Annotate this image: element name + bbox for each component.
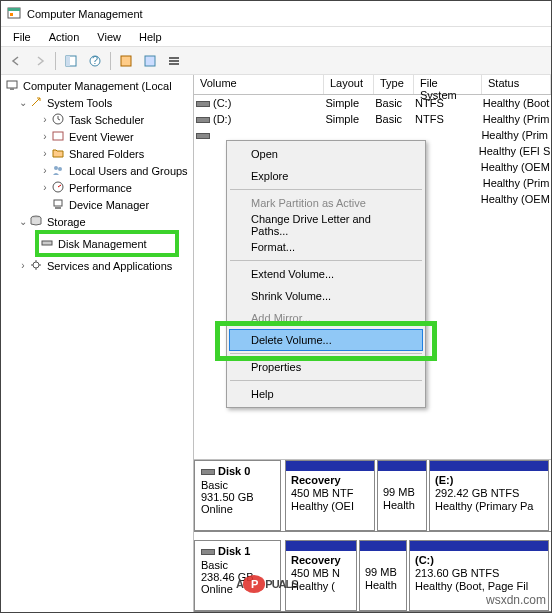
- settings-button[interactable]: [115, 50, 137, 72]
- svg-rect-10: [169, 60, 179, 62]
- ctx-extend[interactable]: Extend Volume...: [229, 263, 423, 285]
- menubar: File Action View Help: [1, 27, 551, 47]
- toolbar: ?: [1, 47, 551, 75]
- svg-point-17: [58, 167, 62, 171]
- menu-help[interactable]: Help: [131, 29, 170, 45]
- users-icon: [51, 163, 66, 178]
- tree-services[interactable]: ›Services and Applications: [1, 257, 193, 274]
- tree-system-tools[interactable]: ⌄ System Tools: [1, 94, 193, 111]
- svg-rect-11: [169, 63, 179, 65]
- partition[interactable]: 99 MBHealth: [359, 540, 407, 611]
- svg-rect-7: [121, 56, 131, 66]
- tree-performance[interactable]: ›Performance: [1, 179, 193, 196]
- help-button[interactable]: ?: [84, 50, 106, 72]
- tools-icon: [29, 95, 44, 110]
- storage-icon: [29, 214, 44, 229]
- disk-row: Disk 0 Basic 931.50 GB Online Recovery45…: [194, 460, 551, 532]
- svg-rect-20: [55, 207, 61, 209]
- separator: [230, 260, 422, 261]
- volume-row[interactable]: (C:)SimpleBasicNTFSHealthy (Boot: [194, 95, 551, 111]
- separator: [230, 380, 422, 381]
- volume-row[interactable]: (D:)SimpleBasicNTFSHealthy (Prim: [194, 111, 551, 127]
- ctx-explore[interactable]: Explore: [229, 165, 423, 187]
- ctx-change-letter[interactable]: Change Drive Letter and Paths...: [229, 214, 423, 236]
- tree-disk-management[interactable]: Disk Management: [40, 235, 174, 252]
- separator: [110, 52, 111, 70]
- partitions: Recovery450 MB NTFHealthy (OEI 99 MBHeal…: [281, 460, 551, 531]
- svg-point-16: [54, 166, 58, 170]
- services-icon: [29, 258, 44, 273]
- ctx-mark-active: Mark Partition as Active: [229, 192, 423, 214]
- svg-rect-2: [10, 13, 13, 16]
- tree-root[interactable]: Computer Management (Local: [1, 77, 193, 94]
- col-volume[interactable]: Volume: [194, 75, 324, 94]
- svg-point-23: [33, 262, 39, 268]
- show-hide-button[interactable]: [60, 50, 82, 72]
- disk-info[interactable]: Disk 0 Basic 931.50 GB Online: [194, 460, 281, 531]
- disk-icon: [201, 549, 215, 555]
- back-button[interactable]: [5, 50, 27, 72]
- tree-local-users[interactable]: ›Local Users and Groups: [1, 162, 193, 179]
- folder-icon: [51, 146, 66, 161]
- nav-tree: Computer Management (Local ⌄ System Tool…: [1, 75, 194, 612]
- collapse-icon[interactable]: ⌄: [17, 97, 29, 108]
- menu-view[interactable]: View: [89, 29, 129, 45]
- ctx-open[interactable]: Open: [229, 143, 423, 165]
- app-icon: [7, 7, 21, 21]
- context-menu: Open Explore Mark Partition as Active Ch…: [226, 140, 426, 408]
- partition[interactable]: 99 MBHealth: [377, 460, 427, 531]
- tree-task-scheduler[interactable]: ›Task Scheduler: [1, 111, 193, 128]
- menu-action[interactable]: Action: [41, 29, 88, 45]
- tree-storage[interactable]: ⌄Storage: [1, 213, 193, 230]
- col-layout[interactable]: Layout: [324, 75, 374, 94]
- drive-icon: [196, 101, 210, 107]
- drive-icon: [196, 117, 210, 123]
- computer-icon: [5, 78, 20, 93]
- svg-text:?: ?: [92, 54, 98, 66]
- separator: [55, 52, 56, 70]
- disk-icon: [40, 236, 55, 251]
- titlebar: Computer Management: [1, 1, 551, 27]
- drive-icon: [196, 133, 210, 139]
- col-type[interactable]: Type: [374, 75, 414, 94]
- tree-event-viewer[interactable]: ›Event Viewer: [1, 128, 193, 145]
- svg-rect-12: [7, 81, 17, 88]
- partition[interactable]: Recovery450 MB NTFHealthy (OEI: [285, 460, 375, 531]
- watermark-text: wsxdn.com: [486, 593, 546, 607]
- separator: [230, 189, 422, 190]
- svg-rect-9: [169, 57, 179, 59]
- highlight-delete-volume: [215, 321, 437, 361]
- disk-icon: [201, 469, 215, 475]
- tree-shared-folders[interactable]: ›Shared Folders: [1, 145, 193, 162]
- svg-rect-4: [66, 56, 70, 66]
- refresh-button[interactable]: [139, 50, 161, 72]
- watermark-logo: APPUALS: [236, 572, 298, 593]
- svg-rect-19: [54, 200, 62, 206]
- svg-rect-1: [8, 8, 20, 11]
- highlight-disk-management: Disk Management: [35, 230, 179, 257]
- tree-device-manager[interactable]: Device Manager: [1, 196, 193, 213]
- svg-rect-8: [145, 56, 155, 66]
- svg-rect-15: [53, 132, 63, 140]
- device-icon: [51, 197, 66, 212]
- clock-icon: [51, 112, 66, 127]
- ctx-help[interactable]: Help: [229, 383, 423, 405]
- ctx-shrink[interactable]: Shrink Volume...: [229, 285, 423, 307]
- event-icon: [51, 129, 66, 144]
- partition[interactable]: (E:)292.42 GB NTFSHealthy (Primary Pa: [429, 460, 549, 531]
- col-status[interactable]: Status: [482, 75, 551, 94]
- svg-rect-22: [42, 241, 52, 245]
- menu-file[interactable]: File: [5, 29, 39, 45]
- list-button[interactable]: [163, 50, 185, 72]
- performance-icon: [51, 180, 66, 195]
- window-title: Computer Management: [27, 8, 143, 20]
- volume-columns: Volume Layout Type File System Status: [194, 75, 551, 95]
- forward-button[interactable]: [29, 50, 51, 72]
- collapse-icon[interactable]: ⌄: [17, 216, 29, 227]
- svg-rect-13: [10, 88, 14, 90]
- col-filesystem[interactable]: File System: [414, 75, 482, 94]
- ctx-format[interactable]: Format...: [229, 236, 423, 258]
